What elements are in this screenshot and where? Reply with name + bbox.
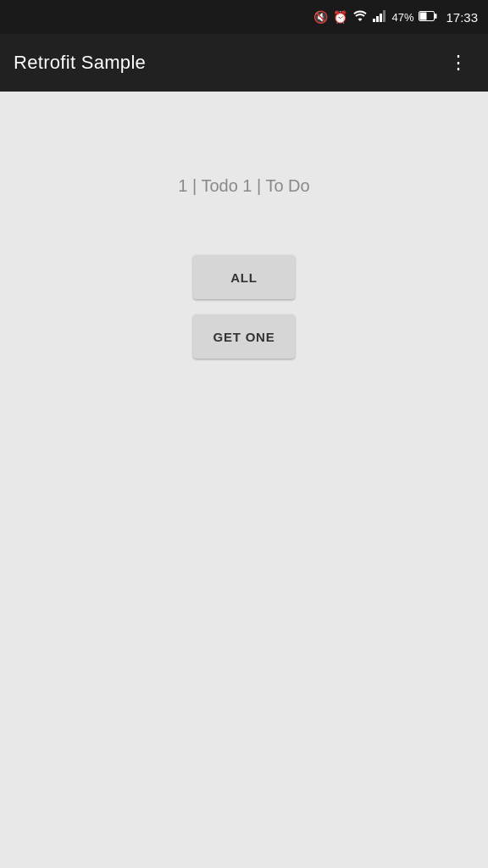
battery-icon xyxy=(419,10,437,24)
mute-icon: 🔇 xyxy=(313,10,328,24)
todo-text: 1 | Todo 1 | To Do xyxy=(178,176,309,196)
wifi-icon xyxy=(352,10,368,25)
status-time: 17:33 xyxy=(446,10,478,25)
all-button[interactable]: ALL xyxy=(193,255,295,299)
main-content: 1 | Todo 1 | To Do ALL GET ONE xyxy=(0,92,488,868)
svg-rect-6 xyxy=(420,13,427,20)
svg-rect-1 xyxy=(376,16,379,22)
app-bar-title: Retrofit Sample xyxy=(14,52,146,74)
overflow-menu-icon[interactable]: ⋮ xyxy=(442,45,474,81)
battery-percent: 47% xyxy=(391,11,413,24)
svg-rect-0 xyxy=(373,19,375,22)
app-bar: Retrofit Sample ⋮ xyxy=(0,34,488,92)
status-bar: 🔇 ⏰ 47% 17:33 xyxy=(0,0,488,34)
svg-rect-5 xyxy=(435,14,437,19)
status-bar-right: 🔇 ⏰ 47% 17:33 xyxy=(313,10,478,25)
svg-rect-3 xyxy=(383,10,385,22)
svg-rect-2 xyxy=(380,14,382,22)
signal-icon xyxy=(373,10,386,25)
alarm-icon: ⏰ xyxy=(333,10,347,24)
get-one-button[interactable]: GET ONE xyxy=(193,314,295,359)
